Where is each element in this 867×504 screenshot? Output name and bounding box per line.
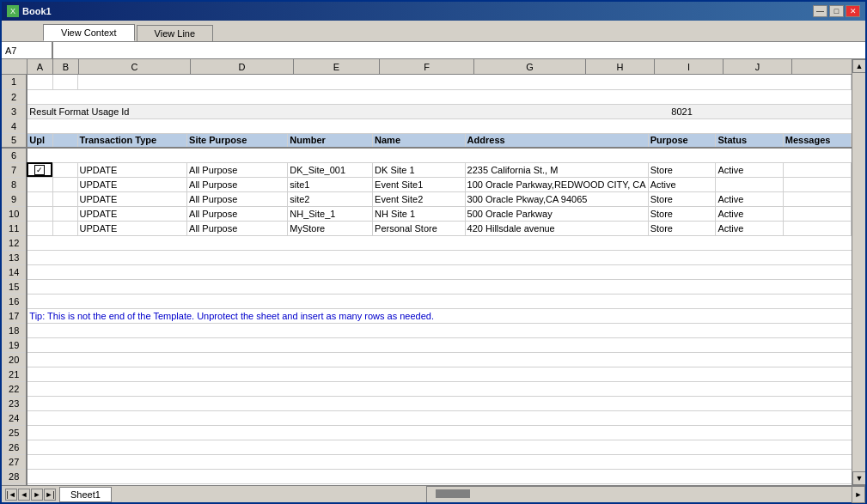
cell-d9[interactable]: All Purpose	[187, 191, 288, 206]
vertical-scrollbar[interactable]: ▲ ▼	[852, 59, 865, 485]
cell-h7[interactable]: Store	[648, 162, 716, 177]
cell-a1[interactable]	[27, 75, 52, 89]
cell-g11[interactable]: 420 Hillsdale avenue	[465, 221, 648, 235]
cell-row25[interactable]	[27, 425, 851, 440]
cell-row20[interactable]	[27, 352, 851, 367]
tab-view-line[interactable]: View Line	[137, 25, 214, 41]
table-row[interactable]: 11 UPDATE All Purpose MyStore Personal S…	[2, 221, 852, 235]
checkbox-7[interactable]: ✓	[34, 165, 45, 175]
cell-e8[interactable]: site1	[288, 177, 373, 191]
cell-f11[interactable]: Personal Store	[373, 221, 466, 235]
cell-h9[interactable]: Store	[648, 191, 716, 206]
table-row[interactable]: 8 UPDATE All Purpose site1 Event Site1 1…	[2, 177, 852, 191]
cell-d8[interactable]: All Purpose	[187, 177, 288, 191]
cell-c10[interactable]: UPDATE	[77, 206, 187, 221]
scroll-down-button[interactable]: ▼	[852, 471, 865, 485]
scroll-track[interactable]	[852, 73, 865, 471]
cell-c1-rest[interactable]	[77, 75, 851, 89]
cell-c9[interactable]: UPDATE	[77, 191, 187, 206]
horizontal-scrollbar[interactable]	[426, 486, 852, 502]
sheet-tab-sheet1[interactable]: Sheet1	[59, 487, 112, 502]
cell-h10[interactable]: Store	[648, 206, 716, 221]
cell-e11[interactable]: MyStore	[288, 221, 373, 235]
cell-i8[interactable]	[716, 177, 783, 191]
cell-row27[interactable]	[27, 454, 851, 469]
cell-d11[interactable]: All Purpose	[187, 221, 288, 235]
cell-b11[interactable]	[52, 221, 77, 235]
cell-j7[interactable]	[783, 162, 851, 177]
cell-g8[interactable]: 100 Oracle Parkway,REDWOOD CITY, CA	[465, 177, 648, 191]
cell-i9[interactable]: Active	[716, 191, 783, 206]
cell-h11[interactable]: Store	[648, 221, 716, 235]
cell-row22[interactable]	[27, 381, 851, 396]
cell-row6[interactable]	[27, 148, 851, 162]
cell-i7[interactable]: Active	[716, 162, 783, 177]
table-row[interactable]: 10 UPDATE All Purpose NH_Site_1 NH Site …	[2, 206, 852, 221]
cell-a8[interactable]	[27, 177, 52, 191]
cell-f8[interactable]: Event Site1	[373, 177, 466, 191]
cell-row4[interactable]	[27, 118, 851, 133]
cell-row3-mid[interactable]	[288, 104, 648, 118]
cell-row21[interactable]	[27, 367, 851, 381]
cell-e10[interactable]: NH_Site_1	[288, 206, 373, 221]
cell-j9[interactable]	[783, 191, 851, 206]
cell-b1[interactable]	[52, 75, 77, 89]
cell-i11[interactable]: Active	[716, 221, 783, 235]
cell-g10[interactable]: 500 Oracle Parkway	[465, 206, 648, 221]
cell-g9[interactable]: 300 Oracle Pkway,CA 94065	[465, 191, 648, 206]
cell-row18[interactable]	[27, 323, 851, 337]
cell-f10[interactable]: NH Site 1	[373, 206, 466, 221]
cell-row24[interactable]	[27, 410, 851, 425]
cell-d10[interactable]: All Purpose	[187, 206, 288, 221]
name-box[interactable]: A7	[2, 42, 53, 58]
cell-d7[interactable]: All Purpose	[187, 162, 288, 177]
h-scroll-thumb[interactable]	[436, 489, 470, 498]
cell-row13[interactable]	[27, 250, 851, 264]
row-num-6: 6	[2, 148, 27, 162]
cell-a11[interactable]	[27, 221, 52, 235]
minimize-button[interactable]: —	[813, 5, 827, 17]
cell-j11[interactable]	[783, 221, 851, 235]
cell-e7[interactable]: DK_Site_001	[288, 162, 373, 177]
cell-f9[interactable]: Event Site2	[373, 191, 466, 206]
cell-g7[interactable]: 2235 California St., M	[465, 162, 648, 177]
scroll-up-button[interactable]: ▲	[852, 59, 865, 73]
cell-row12[interactable]	[27, 235, 851, 250]
sheet-first-button[interactable]: |◄	[5, 489, 17, 501]
cell-c7[interactable]: UPDATE	[77, 162, 187, 177]
cell-i10[interactable]: Active	[716, 206, 783, 221]
cell-row26[interactable]	[27, 440, 851, 454]
h-scroll-right-button[interactable]: ►	[852, 486, 865, 503]
cell-c11[interactable]: UPDATE	[77, 221, 187, 235]
tab-view-context[interactable]: View Context	[43, 24, 135, 41]
cell-row15[interactable]	[27, 279, 851, 294]
cell-a10[interactable]	[27, 206, 52, 221]
cell-b8[interactable]	[52, 177, 77, 191]
cell-j8[interactable]	[783, 177, 851, 191]
cell-b10[interactable]	[52, 206, 77, 221]
cell-f7[interactable]: DK Site 1	[373, 162, 466, 177]
cell-row19[interactable]	[27, 337, 851, 352]
cell-row16[interactable]	[27, 294, 851, 308]
sheet-prev-button[interactable]: ◄	[18, 489, 30, 501]
cell-e9[interactable]: site2	[288, 191, 373, 206]
cell-row23[interactable]	[27, 396, 851, 410]
cell-b9[interactable]	[52, 191, 77, 206]
maximize-button[interactable]: □	[829, 5, 844, 17]
cell-row28[interactable]	[27, 469, 851, 483]
header-messages: Messages	[783, 133, 851, 148]
cell-h8[interactable]: Active	[648, 177, 716, 191]
sheet-next-button[interactable]: ►	[31, 489, 43, 501]
cell-c8[interactable]: UPDATE	[77, 177, 187, 191]
sheet-last-button[interactable]: ►|	[44, 489, 56, 501]
cell-row2[interactable]	[27, 89, 851, 104]
cell-row3-end[interactable]	[716, 104, 852, 118]
cell-row14[interactable]	[27, 264, 851, 279]
cell-j10[interactable]	[783, 206, 851, 221]
cell-a7-checkbox[interactable]: ✓	[27, 162, 52, 177]
cell-a9[interactable]	[27, 191, 52, 206]
table-row[interactable]: 9 UPDATE All Purpose site2 Event Site2 3…	[2, 191, 852, 206]
table-row[interactable]: 7 ✓ UPDATE All Purpose DK_Site_001 DK Si…	[2, 162, 852, 177]
close-button[interactable]: ✕	[846, 5, 860, 17]
cell-b7[interactable]	[52, 162, 77, 177]
